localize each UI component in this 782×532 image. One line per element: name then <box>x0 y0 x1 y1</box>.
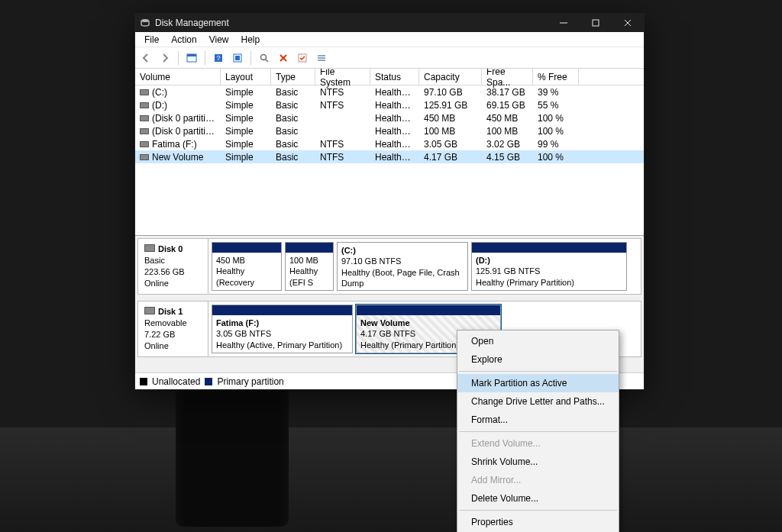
cell-vol: (C:) <box>135 87 221 98</box>
minimize-button[interactable] <box>548 14 580 32</box>
svg-rect-7 <box>235 56 240 60</box>
cell-fs: NTFS <box>315 87 370 98</box>
cell-cap: 125.91 GB <box>419 100 482 111</box>
partition[interactable]: 100 MBHealthy (EFI S <box>285 242 334 291</box>
menu-separator <box>459 431 617 432</box>
volume-icon <box>140 128 149 134</box>
header-pctfree[interactable]: % Free <box>533 69 579 85</box>
cell-free: 38.17 GB <box>482 87 533 98</box>
header-volume[interactable]: Volume <box>135 69 221 85</box>
cell-stat: Healthy (P... <box>370 100 419 111</box>
cell-stat: Healthy (A... <box>370 139 419 150</box>
partition-label: (C:)97.10 GB NTFSHealthy (Boot, Page Fil… <box>338 243 467 291</box>
volume-row[interactable]: New VolumeSimpleBasicNTFSHealthy (P...4.… <box>135 150 644 163</box>
close-button[interactable] <box>612 14 644 32</box>
partition[interactable]: 450 MBHealthy (Recovery <box>212 242 282 291</box>
cell-free: 4.15 GB <box>482 152 533 163</box>
cell-pfree: 100 % <box>533 113 579 124</box>
disk-info: Disk 0Basic223.56 GBOnline <box>138 239 208 294</box>
disk-block[interactable]: Disk 0Basic223.56 GBOnline450 MBHealthy … <box>137 238 641 295</box>
menu-item[interactable]: Open <box>457 332 619 350</box>
cell-pfree: 100 % <box>533 126 579 137</box>
partition[interactable]: (D:)125.91 GB NTFSHealthy (Primary Parti… <box>471 242 627 291</box>
list-icon[interactable] <box>314 50 329 66</box>
maximize-button[interactable] <box>580 14 612 32</box>
properties-icon[interactable] <box>184 50 199 66</box>
volume-list[interactable]: Volume Layout Type File System Status Ca… <box>135 69 644 236</box>
toolbar: ? <box>135 47 644 69</box>
menu-item[interactable]: Change Drive Letter and Paths... <box>457 392 619 411</box>
background-mug <box>176 382 289 527</box>
menu-action[interactable]: Action <box>165 33 202 47</box>
cell-typ: Basic <box>271 152 315 163</box>
disk-icon <box>144 244 155 252</box>
menu-item[interactable]: Properties <box>457 513 619 531</box>
cell-stat: Healthy (R... <box>370 113 419 124</box>
legend-primary: Primary partition <box>217 376 283 387</box>
svg-rect-12 <box>318 60 325 61</box>
svg-point-8 <box>261 54 267 60</box>
menu-item[interactable]: Shrink Volume... <box>457 453 619 471</box>
cell-stat: Healthy (P... <box>370 152 419 163</box>
legend-swatch-primary <box>205 378 212 385</box>
menu-view[interactable]: View <box>203 33 235 47</box>
cell-lay: Simple <box>221 126 271 137</box>
header-filesystem[interactable]: File System <box>315 69 370 85</box>
header-status[interactable]: Status <box>370 69 419 85</box>
volume-row[interactable]: (Disk 0 partition 1)SimpleBasicHealthy (… <box>135 111 644 124</box>
volume-row[interactable]: (Disk 0 partition 2)SimpleBasicHealthy (… <box>135 124 644 137</box>
cell-fs: NTFS <box>315 152 370 163</box>
back-button[interactable] <box>138 50 153 66</box>
menu-file[interactable]: File <box>138 33 165 47</box>
cell-typ: Basic <box>271 139 315 150</box>
menu-item: Extend Volume... <box>457 434 619 453</box>
cell-free: 69.15 GB <box>482 100 533 111</box>
partition-bar <box>212 305 352 315</box>
check-icon[interactable] <box>295 50 310 66</box>
menu-item[interactable]: Explore <box>457 350 619 369</box>
cell-lay: Simple <box>221 139 271 150</box>
help-icon[interactable]: ? <box>211 50 226 66</box>
disk-info: Disk 1Removable7.22 GBOnline <box>138 301 208 356</box>
partition[interactable]: Fatima (F:)3.05 GB NTFSHealthy (Active, … <box>212 305 353 353</box>
cell-pfree: 99 % <box>533 139 579 150</box>
context-menu[interactable]: OpenExploreMark Partition as ActiveChang… <box>457 330 619 532</box>
volume-row[interactable]: Fatima (F:)SimpleBasicNTFSHealthy (A...3… <box>135 137 644 150</box>
cell-cap: 100 MB <box>419 126 482 137</box>
refresh-icon[interactable] <box>230 50 245 66</box>
cell-lay: Simple <box>221 100 271 111</box>
window-title: Disk Management <box>155 18 548 28</box>
menu-help[interactable]: Help <box>235 33 267 47</box>
cell-vol: (D:) <box>135 100 221 111</box>
volume-row[interactable]: (D:)SimpleBasicNTFSHealthy (P...125.91 G… <box>135 98 644 111</box>
partition-label: (D:)125.91 GB NTFSHealthy (Primary Parti… <box>472 253 626 290</box>
svg-rect-1 <box>593 20 599 26</box>
cell-typ: Basic <box>271 100 315 111</box>
menu-item[interactable]: Delete Volume... <box>457 489 619 508</box>
volume-icon <box>140 102 149 108</box>
menu-item: Add Mirror... <box>457 471 619 489</box>
cell-lay: Simple <box>221 152 271 163</box>
cell-free: 100 MB <box>482 126 533 137</box>
header-type[interactable]: Type <box>271 69 315 85</box>
header-layout[interactable]: Layout <box>221 69 271 85</box>
header-freespace[interactable]: Free Spa... <box>482 69 533 85</box>
svg-rect-3 <box>187 54 196 56</box>
menu-item[interactable]: Format... <box>457 411 619 429</box>
forward-button[interactable] <box>157 50 173 66</box>
cell-pfree: 100 % <box>533 152 579 163</box>
cell-vol: New Volume <box>135 152 221 163</box>
header-capacity[interactable]: Capacity <box>419 69 482 85</box>
cell-lay: Simple <box>221 87 271 98</box>
column-headers[interactable]: Volume Layout Type File System Status Ca… <box>135 69 644 85</box>
volume-row[interactable]: (C:)SimpleBasicNTFSHealthy (B...97.10 GB… <box>135 85 644 98</box>
cell-vol: (Disk 0 partition 2) <box>135 126 221 137</box>
cell-cap: 4.17 GB <box>419 152 482 163</box>
cell-fs: NTFS <box>315 139 370 150</box>
delete-icon[interactable] <box>276 50 291 66</box>
search-icon[interactable] <box>257 50 272 66</box>
titlebar[interactable]: Disk Management <box>135 14 644 32</box>
partition[interactable]: (C:)97.10 GB NTFSHealthy (Boot, Page Fil… <box>337 242 468 291</box>
svg-rect-10 <box>318 55 325 56</box>
menu-item[interactable]: Mark Partition as Active <box>457 374 619 392</box>
